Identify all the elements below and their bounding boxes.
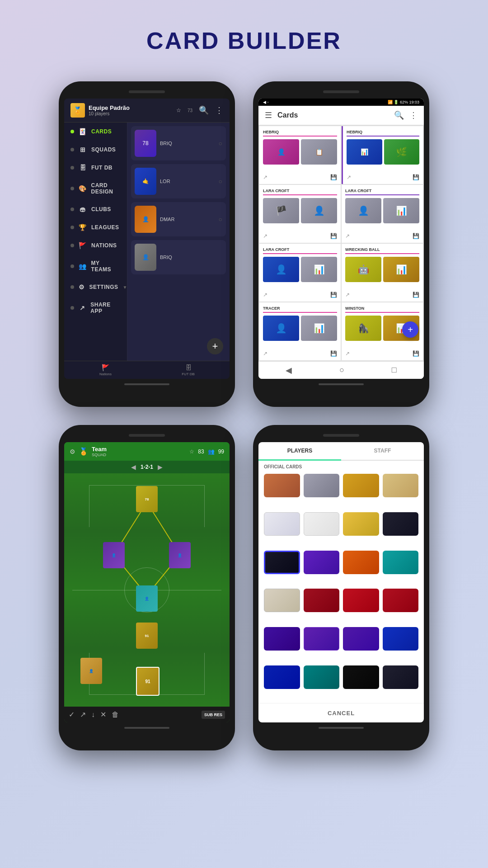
sidebar-item-settings[interactable]: ⚙ SETTINGS ▼ [64, 278, 127, 296]
card-cell-tracer[interactable]: TRACER 👤 📊 ↗ 💾 [259, 302, 341, 360]
card-type-red2[interactable] [343, 589, 379, 612]
sidebar-item-cards[interactable]: 🃏 CARDS [64, 123, 127, 141]
mini-card-lara3b: 📊 [301, 257, 337, 282]
card-cell-laracroft3[interactable]: LARA CROFT 👤 📊 ↗ 💾 [259, 244, 341, 302]
phone-speaker-1 [129, 90, 165, 93]
save-icon-l3[interactable]: 💾 [330, 292, 337, 298]
hamburger-icon[interactable]: ☰ [265, 110, 272, 120]
save-icon-w[interactable]: 💾 [413, 350, 419, 357]
download-toolbar-icon[interactable]: ↓ [91, 711, 95, 719]
card-type-white1[interactable] [264, 512, 300, 536]
more-icon-p2[interactable]: ⋮ [409, 110, 418, 120]
field-player-sub1[interactable]: 👤 [80, 658, 102, 684]
mini-card-hebriq1a: 👤 [263, 139, 299, 165]
add-card-button[interactable]: + [402, 321, 418, 338]
share-icon-h2[interactable]: ↗ [347, 174, 351, 180]
squad-label: SQUAD [92, 453, 107, 457]
add-button[interactable]: + [207, 338, 223, 354]
card-type-silver[interactable] [304, 474, 340, 497]
more-icon-3[interactable]: ○ [219, 216, 222, 223]
save-icon-h1[interactable]: 💾 [330, 174, 337, 180]
field-player-cam[interactable]: 👤 [136, 585, 158, 612]
delete-toolbar-icon[interactable]: 🗑 [112, 711, 119, 719]
more-icon-2[interactable]: ○ [219, 178, 222, 185]
card-type-light-s[interactable] [264, 589, 300, 612]
settings-icon-s3[interactable]: ⚙ [70, 448, 75, 455]
search-icon[interactable]: 🔍 [199, 105, 209, 115]
card-type-black2[interactable] [343, 665, 379, 689]
share-icon-t[interactable]: ↗ [263, 350, 267, 357]
close-toolbar-icon[interactable]: ✕ [100, 710, 106, 719]
back-nav-btn[interactable]: ◀ [286, 365, 292, 375]
sidebar-item-leagues[interactable]: 🏆 LEAGUES [64, 218, 127, 236]
card-type-teal2[interactable] [304, 665, 340, 689]
sidebar-item-carddesign[interactable]: 🎨 CARD DESIGN [64, 177, 127, 200]
field-player-mid-right[interactable]: 👤 [169, 542, 191, 568]
card-type-black1[interactable] [383, 512, 419, 536]
card-cell-wreckingball[interactable]: WRECKING BALL 🤖 📊 ↗ 💾 [342, 244, 423, 302]
search-icon-2[interactable]: 🔍 [394, 110, 404, 120]
card-cell-hebriq1[interactable]: HEBRIQ 👤 📋 ↗ 💾 [259, 126, 341, 184]
more-icon-1[interactable]: ○ [219, 140, 222, 147]
share-toolbar-icon[interactable]: ↗ [80, 710, 86, 719]
card-type-gold[interactable] [343, 474, 379, 497]
card-cell-laracroft2[interactable]: LARA CROFT 👤 📊 ↗ 💾 [342, 185, 423, 243]
player-card-sub2: 91 [136, 667, 160, 696]
recents-nav-btn[interactable]: □ [392, 365, 397, 375]
sidebar-item-futdb[interactable]: 🗄 FUT DB [64, 159, 127, 177]
card-type-selected[interactable] [264, 551, 300, 574]
share-icon-l1[interactable]: ↗ [263, 233, 267, 239]
sidebar-item-nations[interactable]: 🚩 NATIONS [64, 236, 127, 255]
card-type-red3[interactable] [383, 589, 419, 612]
share-icon-h1[interactable]: ↗ [263, 174, 267, 180]
prev-formation-arrow[interactable]: ◀ [131, 463, 136, 471]
card-type-red1[interactable] [304, 589, 340, 612]
card-type-bronze[interactable] [264, 474, 300, 497]
sidebar-item-shareapp[interactable]: ↗ SHARE APP [64, 296, 127, 320]
next-formation-arrow[interactable]: ▶ [158, 463, 163, 471]
check-toolbar-icon[interactable]: ✓ [69, 710, 75, 719]
card-type-gold2[interactable] [343, 512, 379, 536]
player-card-mid-right: 👤 [169, 542, 191, 568]
card-cell-hebriq2[interactable]: HEBRIQ 📊 🌿 ↗ 💾 [342, 126, 423, 184]
card-type-white2[interactable] [304, 512, 340, 536]
card-type-orange[interactable] [343, 551, 379, 574]
sidebar-item-squads[interactable]: ⊞ SQUADS [64, 141, 127, 159]
card-type-blue2[interactable] [264, 665, 300, 689]
field-player-gk[interactable]: 91 [136, 623, 158, 649]
tab-players[interactable]: PLAYERS [258, 442, 341, 461]
field-player-mid-left[interactable]: 👤 [103, 542, 125, 568]
card-type-purple2[interactable] [264, 627, 300, 651]
save-icon-h2[interactable]: 💾 [413, 174, 419, 180]
save-icon-t[interactable]: 💾 [330, 350, 337, 357]
card-type-purple1[interactable] [304, 551, 340, 574]
share-icon-w[interactable]: ↗ [345, 350, 350, 357]
field-player-sub2[interactable]: 91 [136, 667, 158, 693]
mini-card-wb2: 📊 [383, 257, 419, 282]
save-icon-l2[interactable]: 💾 [413, 233, 419, 239]
share-icon-wb[interactable]: ↗ [345, 292, 350, 298]
sub-res-button[interactable]: SUB RES [202, 711, 225, 719]
field-player-forward[interactable]: 78 [136, 486, 158, 512]
card-type-purple4[interactable] [343, 627, 379, 651]
home-nav-btn[interactable]: ○ [339, 365, 344, 375]
save-icon-wb[interactable]: 💾 [413, 292, 419, 298]
phone-home-bar-3 [124, 727, 169, 729]
card-type-light[interactable] [383, 474, 419, 497]
cancel-button[interactable]: CANCEL [328, 710, 355, 717]
card-type-blue1[interactable] [383, 627, 419, 651]
sidebar-item-myteams[interactable]: 👥 MY TEAMS [64, 255, 127, 278]
bottom-nav-nations[interactable]: 🚩 Nations [64, 364, 147, 376]
save-icon-l1[interactable]: 💾 [330, 233, 337, 239]
share-icon-l3[interactable]: ↗ [263, 292, 267, 298]
tab-staff[interactable]: STAFF [341, 442, 424, 460]
card-type-teal1[interactable] [383, 551, 419, 574]
card-cell-laracroft1[interactable]: LARA CROFT 🏴 👤 ↗ 💾 [259, 185, 341, 243]
share-icon-l2[interactable]: ↗ [345, 233, 350, 239]
more-icon[interactable]: ⋮ [215, 105, 223, 115]
player-card-cam: 👤 [136, 585, 158, 612]
sidebar-item-clubs[interactable]: 🏟 CLUBS [64, 200, 127, 218]
bottom-nav-futdb[interactable]: 🗄 FUT DB [147, 364, 230, 376]
card-type-black3[interactable] [383, 665, 419, 689]
card-type-purple3[interactable] [304, 627, 340, 651]
